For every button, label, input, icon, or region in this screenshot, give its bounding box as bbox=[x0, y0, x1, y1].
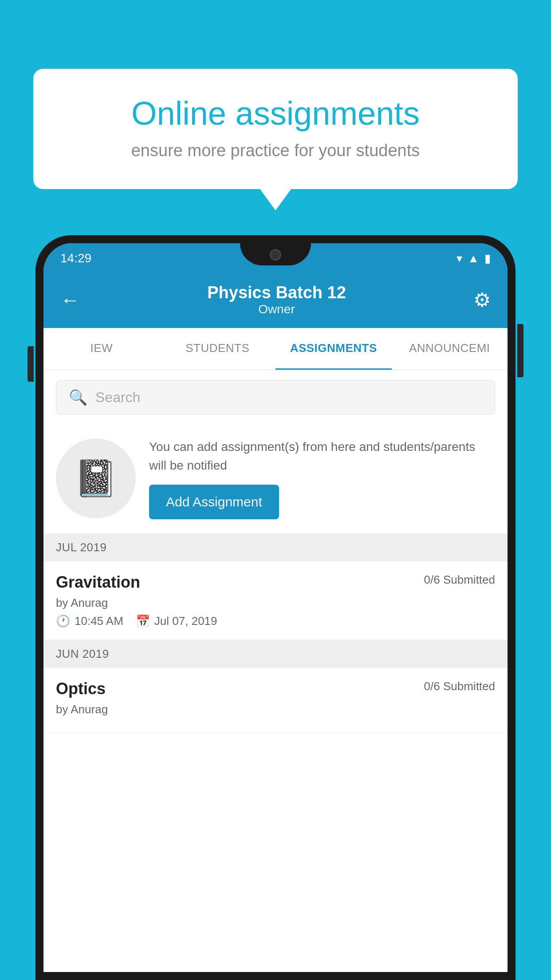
speech-bubble-title: Online assignments bbox=[64, 95, 487, 131]
search-placeholder: Search bbox=[95, 389, 140, 406]
optics-name: Optics bbox=[56, 680, 106, 698]
back-button[interactable]: ← bbox=[60, 289, 80, 311]
optics-by: by Anurag bbox=[56, 703, 495, 716]
status-bar: 14:29 ▾ ▲ ▮ bbox=[43, 243, 508, 273]
optics-header: Optics 0/6 Submitted bbox=[56, 680, 495, 698]
add-assignment-button[interactable]: Add Assignment bbox=[149, 485, 279, 519]
status-time: 14:29 bbox=[60, 251, 91, 265]
batch-title: Physics Batch 12 bbox=[207, 283, 346, 302]
assignment-icon-circle: 📓 bbox=[56, 439, 136, 518]
tab-iew[interactable]: IEW bbox=[43, 328, 160, 370]
assignment-right: You can add assignment(s) from here and … bbox=[149, 438, 495, 519]
settings-button[interactable]: ⚙ bbox=[473, 288, 491, 311]
tab-bar: IEW STUDENTS ASSIGNMENTS ANNOUNCEMI bbox=[43, 328, 508, 370]
tab-announcements[interactable]: ANNOUNCEMI bbox=[392, 328, 508, 370]
battery-icon: ▮ bbox=[484, 252, 491, 265]
calendar-icon: 📅 bbox=[136, 614, 150, 628]
assignment-gravitation[interactable]: Gravitation 0/6 Submitted by Anurag 🕐 10… bbox=[43, 561, 508, 640]
batch-subtitle: Owner bbox=[207, 302, 346, 316]
assignment-optics[interactable]: Optics 0/6 Submitted by Anurag bbox=[43, 668, 508, 733]
optics-submitted: 0/6 Submitted bbox=[424, 680, 495, 693]
gravitation-date-value: Jul 07, 2019 bbox=[154, 614, 217, 628]
tab-students[interactable]: STUDENTS bbox=[160, 328, 276, 370]
gravitation-time-value: 10:45 AM bbox=[75, 614, 123, 628]
clock-icon: 🕐 bbox=[56, 614, 70, 628]
speech-bubble: Online assignments ensure more practice … bbox=[33, 69, 518, 189]
gravitation-date: 📅 Jul 07, 2019 bbox=[136, 614, 217, 628]
tab-assignments[interactable]: ASSIGNMENTS bbox=[276, 328, 392, 370]
add-assignment-section: 📓 You can add assignment(s) from here an… bbox=[43, 424, 508, 533]
search-bar[interactable]: 🔍 Search bbox=[56, 380, 495, 415]
gravitation-time-row: 🕐 10:45 AM 📅 Jul 07, 2019 bbox=[56, 614, 495, 628]
notebook-icon: 📓 bbox=[74, 458, 118, 499]
assignment-header: Gravitation 0/6 Submitted bbox=[56, 573, 495, 592]
notch bbox=[240, 243, 311, 265]
speech-bubble-subtitle: ensure more practice for your students bbox=[64, 141, 487, 160]
phone-screen: 14:29 ▾ ▲ ▮ ← Physics Batch 12 Owner ⚙ I… bbox=[43, 243, 508, 972]
power-button bbox=[517, 324, 523, 377]
gravitation-submitted: 0/6 Submitted bbox=[424, 573, 495, 587]
assignment-description: You can add assignment(s) from here and … bbox=[149, 438, 495, 475]
gravitation-time: 🕐 10:45 AM bbox=[56, 614, 123, 628]
section-jul-2019: JUL 2019 bbox=[43, 533, 508, 561]
assignment-gravitation-name: Gravitation bbox=[56, 573, 140, 592]
wifi-icon: ▾ bbox=[457, 252, 462, 265]
camera bbox=[270, 249, 281, 261]
signal-icon: ▲ bbox=[468, 252, 479, 265]
search-icon: 🔍 bbox=[69, 388, 87, 406]
volume-button bbox=[28, 346, 34, 382]
header-center: Physics Batch 12 Owner bbox=[207, 283, 346, 316]
status-icons: ▾ ▲ ▮ bbox=[457, 252, 491, 265]
app-header: ← Physics Batch 12 Owner ⚙ bbox=[43, 273, 508, 328]
phone-frame: 14:29 ▾ ▲ ▮ ← Physics Batch 12 Owner ⚙ I… bbox=[35, 235, 516, 980]
gravitation-by: by Anurag bbox=[56, 596, 495, 610]
search-container: 🔍 Search bbox=[43, 370, 508, 424]
section-jun-2019: JUN 2019 bbox=[43, 640, 508, 668]
